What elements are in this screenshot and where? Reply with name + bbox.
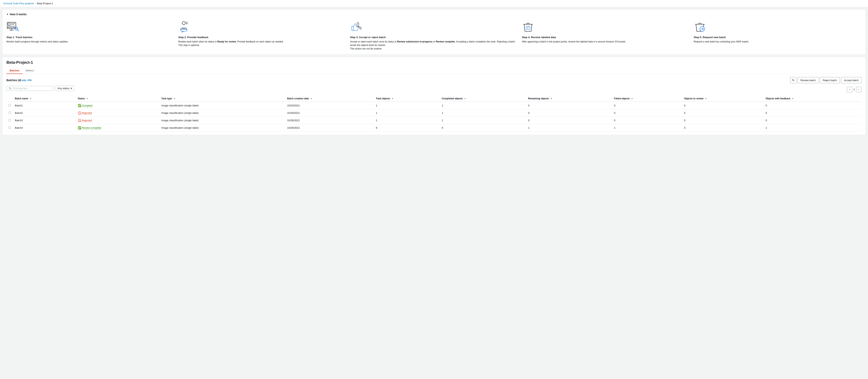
row-radio-cell	[6, 102, 13, 109]
sort-icon-objects-to-review: ▼	[705, 97, 707, 100]
cell-failed-objects: 1	[612, 124, 682, 132]
col-header-task-type[interactable]: Task type ▼	[159, 96, 285, 102]
prev-page-button[interactable]: ‹	[847, 87, 852, 92]
cell-failed-objects: 0	[612, 102, 682, 109]
how-it-works-title: How it works	[10, 13, 27, 16]
cell-remaining-objects: 1	[526, 124, 612, 132]
how-it-works-header[interactable]: ▼ How it works	[6, 13, 862, 16]
batches-info-link[interactable]: Info	[27, 79, 32, 82]
step-3-title: Step 3. Accept or reject batch	[350, 36, 518, 39]
main-content: Beta-Project-1 Batches Metrics Batches (…	[2, 57, 866, 135]
rejected-icon: 🚫	[78, 119, 81, 122]
col-header-completed-objects[interactable]: Completed objects ▼	[440, 96, 526, 102]
cell-objects-to-review: 0	[682, 124, 764, 132]
cell-total-objects: 1	[374, 102, 440, 109]
col-header-failed-objects[interactable]: Failed objects ▼	[612, 96, 682, 102]
sort-icon-total-objects: ▼	[392, 97, 394, 100]
col-header-total-objects[interactable]: Total objects ▼	[374, 96, 440, 102]
table-header-row: Batch name ▼ Status ▼ Task type ▼ Batch …	[6, 96, 862, 102]
status-accepted: ✅Accepted	[78, 104, 92, 107]
svg-rect-19	[526, 26, 530, 29]
svg-point-16	[183, 29, 184, 30]
refresh-button[interactable]: ↻	[790, 77, 797, 83]
col-header-objects-with-feedback[interactable]: Objects with feedback ▼	[764, 96, 862, 102]
batches-title: Batches (4) Info Info	[6, 79, 32, 82]
batches-info-link[interactable]: Info	[22, 79, 26, 82]
cell-creation-date: 10/26/2021	[285, 117, 374, 124]
reject-batch-button[interactable]: Reject batch	[820, 77, 840, 83]
review-icon: ✅	[78, 126, 81, 129]
cell-status: 🚫Rejected	[76, 109, 159, 117]
cell-total-objects: 8	[374, 124, 440, 132]
svg-line-9	[18, 30, 19, 31]
row-radio-batch2[interactable]	[8, 112, 11, 114]
cell-completed-objects: 1	[440, 117, 526, 124]
accept-batch-button[interactable]: Accept batch	[841, 77, 862, 83]
col-header-batch-name[interactable]: Batch name ▼	[13, 96, 76, 102]
project-title: Beta-Project-1	[6, 60, 862, 65]
step-3: Step 3. Accept or reject batch Accept or…	[350, 20, 522, 51]
search-icon: 🔍	[9, 87, 11, 90]
next-page-button[interactable]: ›	[856, 87, 862, 92]
tab-metrics[interactable]: Metrics	[23, 67, 37, 74]
cell-task-type: Image classification (single label)	[159, 124, 285, 132]
status-filter-dropdown[interactable]: Any status ▾	[55, 86, 74, 91]
cell-creation-date: 10/20/2021	[285, 102, 374, 109]
sort-icon-creation-date: ▼	[310, 97, 312, 100]
col-header-creation-date[interactable]: Batch creation date ▼	[285, 96, 374, 102]
breadcrumb-current: Beta-Project-1	[37, 2, 53, 5]
cell-task-type: Image classification (single label)	[159, 117, 285, 124]
step-1-title: Step 1. Track batches	[6, 36, 175, 39]
col-header-remaining-objects[interactable]: Remaining objects ▼	[526, 96, 612, 102]
cell-creation-date: 10/26/2021	[285, 109, 374, 117]
search-input[interactable]	[13, 87, 51, 90]
cell-completed-objects: 6	[440, 124, 526, 132]
row-radio-cell	[6, 124, 13, 132]
step-1: Step 1. Track batches Monitor batch prog…	[6, 20, 178, 51]
row-radio-batch1[interactable]	[8, 104, 11, 107]
filter-bar: 🔍 Any status ▾	[6, 86, 74, 91]
step-3-icon	[350, 20, 518, 33]
sort-icon-objects-with-feedback: ▼	[792, 97, 794, 100]
table-row: Batch2 🚫Rejected Image classification (s…	[6, 109, 862, 117]
cell-batch-name: Batch1	[13, 102, 76, 109]
row-radio-batch4[interactable]	[8, 126, 11, 129]
row-radio-cell	[6, 109, 13, 117]
tab-batches[interactable]: Batches	[6, 67, 23, 74]
cell-remaining-objects: 0	[526, 117, 612, 124]
svg-marker-14	[182, 31, 184, 32]
step-3-desc: Accept or reject each batch once its sta…	[350, 40, 518, 51]
table-row: Batch3 🚫Rejected Image classification (s…	[6, 117, 862, 124]
cell-objects-with-feedback: 1	[764, 124, 862, 132]
cell-creation-date: 10/26/2021	[285, 124, 374, 132]
col-header-status[interactable]: Status ▼	[76, 96, 159, 102]
step-4-desc: After approving a batch in the project p…	[522, 40, 690, 43]
sort-icon-batch-name: ▼	[30, 97, 31, 100]
breadcrumb-separator: ›	[35, 2, 36, 5]
status-filter-label: Any status	[58, 87, 69, 90]
step-5: Step 5. Request new batch Request a new …	[693, 20, 862, 51]
sort-icon-completed-objects: ▼	[464, 97, 466, 100]
step-1-desc: Monitor batch progress through metrics a…	[6, 40, 175, 43]
cell-objects-with-feedback: 0	[764, 109, 862, 117]
cell-failed-objects: 0	[612, 109, 682, 117]
review-batch-button[interactable]: Review batch	[798, 77, 819, 83]
cell-task-type: Image classification (single label)	[159, 102, 285, 109]
table-header-select	[6, 96, 13, 102]
step-4-title: Step 4. Receive labeled data	[522, 36, 690, 39]
cell-objects-to-review: 0	[682, 102, 764, 109]
col-header-objects-to-review[interactable]: Objects to review ▼	[682, 96, 764, 102]
breadcrumb-parent-link[interactable]: Ground Truth Plus projects	[3, 2, 34, 5]
batches-title-text: Batches (4) Info	[6, 79, 26, 82]
step-2: Step 2. Provide feedback Review each bat…	[178, 20, 350, 51]
status-rejected: 🚫Rejected	[78, 119, 92, 122]
rejected-icon: 🚫	[78, 111, 81, 114]
step-2-icon	[178, 20, 346, 33]
cell-failed-objects: 0	[612, 117, 682, 124]
cell-total-objects: 1	[374, 109, 440, 117]
cell-batch-name: Batch4	[13, 124, 76, 132]
cell-total-objects: 1	[374, 117, 440, 124]
row-radio-batch3[interactable]	[8, 119, 11, 121]
cell-completed-objects: 1	[440, 102, 526, 109]
step-1-icon	[6, 20, 175, 33]
